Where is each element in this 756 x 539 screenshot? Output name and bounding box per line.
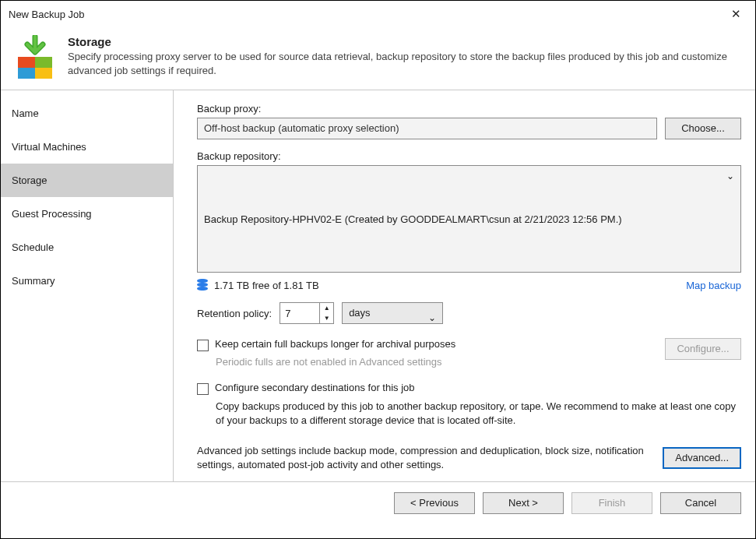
retention-value-stepper[interactable]: ▲ ▼	[280, 302, 334, 324]
backup-repository-label: Backup repository:	[197, 150, 741, 162]
main-panel: Backup proxy: Off-host backup (automatic…	[174, 90, 755, 481]
titlebar: New Backup Job ✕	[1, 1, 755, 27]
retention-unit-value: days	[349, 307, 370, 319]
cancel-button[interactable]: Cancel	[660, 492, 741, 514]
advanced-button[interactable]: Advanced...	[663, 447, 741, 469]
backup-repository-select[interactable]: Backup Repository-HPHV02-E (Created by G…	[197, 165, 741, 273]
map-backup-link[interactable]: Map backup	[686, 280, 741, 291]
backup-repository-value: Backup Repository-HPHV02-E (Created by G…	[204, 213, 622, 225]
backup-proxy-label: Backup proxy:	[197, 103, 741, 114]
chevron-down-icon: ⌄	[726, 171, 734, 181]
chevron-down-icon: ⌄	[428, 308, 436, 328]
retention-value-input[interactable]	[280, 303, 319, 323]
next-button[interactable]: Next >	[483, 492, 564, 514]
secondary-destinations-checkbox[interactable]	[197, 383, 209, 395]
sidebar-item-guest-processing[interactable]: Guest Processing	[1, 197, 173, 231]
storage-wizard-icon	[13, 35, 57, 79]
previous-button[interactable]: < Previous	[394, 492, 475, 514]
wizard-footer: < Previous Next > Finish Cancel	[1, 481, 755, 523]
sidebar-item-name[interactable]: Name	[1, 97, 173, 130]
keep-full-backups-note: Periodic fulls are not enabled in Advanc…	[216, 356, 657, 368]
advanced-settings-note: Advanced job settings include backup mod…	[197, 444, 652, 472]
secondary-destinations-description: Copy backups produced by this job to ano…	[216, 400, 741, 428]
wizard-sidebar: Name Virtual Machines Storage Guest Proc…	[1, 90, 174, 481]
sidebar-item-summary[interactable]: Summary	[1, 264, 173, 298]
keep-full-backups-label: Keep certain full backups longer for arc…	[215, 338, 455, 350]
close-icon[interactable]: ✕	[725, 4, 747, 24]
sidebar-item-virtual-machines[interactable]: Virtual Machines	[1, 130, 173, 164]
window-title: New Backup Job	[9, 9, 725, 20]
page-title: Storage	[68, 35, 743, 48]
disk-icon	[197, 279, 208, 291]
backup-proxy-input[interactable]: Off-host backup (automatic proxy selecti…	[197, 118, 657, 139]
keep-full-backups-checkbox[interactable]	[197, 340, 209, 351]
page-description: Specify processing proxy server to be us…	[68, 50, 743, 77]
secondary-destinations-label: Configure secondary destinations for thi…	[215, 382, 415, 393]
finish-button: Finish	[571, 492, 652, 514]
header: Storage Specify processing proxy server …	[1, 27, 755, 90]
spinner-down-icon[interactable]: ▼	[320, 313, 333, 323]
spinner-up-icon[interactable]: ▲	[320, 303, 333, 313]
retention-policy-label: Retention policy:	[197, 308, 272, 319]
choose-button[interactable]: Choose...	[665, 118, 741, 139]
sidebar-item-schedule[interactable]: Schedule	[1, 231, 173, 264]
free-space-text: 1.71 TB free of 1.81 TB	[214, 280, 319, 291]
retention-unit-select[interactable]: days ⌄	[342, 302, 443, 324]
sidebar-item-storage[interactable]: Storage	[1, 164, 173, 197]
configure-button: Configure...	[665, 338, 741, 360]
